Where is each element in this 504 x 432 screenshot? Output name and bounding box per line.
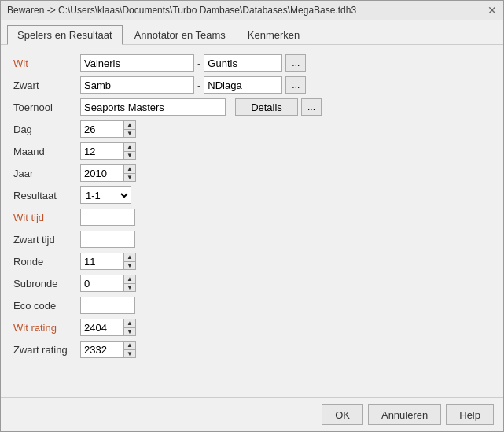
toernooi-dots-button[interactable]: ...: [301, 98, 322, 116]
zwart-dots-button[interactable]: ...: [285, 76, 306, 94]
zwart-tijd-row: Zwart tijd: [13, 231, 491, 248]
details-button[interactable]: Details: [235, 98, 298, 116]
zwart-tijd-input[interactable]: [80, 231, 135, 248]
zwart-dash: -: [197, 79, 200, 91]
ok-button[interactable]: OK: [322, 404, 363, 425]
tab-spelers[interactable]: Spelers en Resultaat: [7, 25, 123, 45]
jaar-spinner: ▲ ▼: [80, 164, 136, 182]
tab-annotator[interactable]: Annotator en Teams: [124, 25, 236, 44]
jaar-input[interactable]: [80, 164, 123, 182]
toernooi-input[interactable]: [80, 98, 226, 116]
dag-label: Dag: [13, 124, 80, 135]
maand-input[interactable]: [80, 142, 123, 160]
annuleren-button[interactable]: Annuleren: [368, 404, 441, 425]
zwart-second-input[interactable]: [204, 76, 282, 94]
subronde-label: Subronde: [13, 278, 80, 290]
dag-spinner: ▲ ▼: [80, 120, 136, 138]
form-content: Wit - ... Zwart - ... Toernooi Details .…: [1, 45, 503, 397]
wit-rating-row: Wit rating ▲ ▼: [13, 319, 491, 336]
resultaat-row: Resultaat 1-1 1-0 0-1 ½-½: [13, 186, 491, 204]
ronde-spin-buttons: ▲ ▼: [123, 253, 136, 270]
eco-code-label: Eco code: [13, 300, 80, 312]
zwart-rating-row: Zwart rating ▲ ▼: [13, 341, 491, 358]
subronde-row: Subronde ▲ ▼: [13, 275, 491, 292]
wit-rating-input[interactable]: [80, 319, 123, 336]
eco-code-input[interactable]: [80, 297, 135, 314]
ronde-label: Ronde: [13, 256, 80, 268]
maand-row: Maand ▲ ▼: [13, 142, 491, 160]
resultaat-select[interactable]: 1-1 1-0 0-1 ½-½: [80, 186, 131, 204]
wit-rating-label: Wit rating: [13, 322, 80, 334]
tab-kenmerken[interactable]: Kenmerken: [237, 25, 310, 44]
maand-spin-down[interactable]: ▼: [123, 151, 136, 160]
zwart-row: Zwart - ...: [13, 76, 491, 94]
dag-row: Dag ▲ ▼: [13, 120, 491, 138]
jaar-spin-up[interactable]: ▲: [123, 164, 136, 173]
eco-code-row: Eco code: [13, 297, 491, 314]
subronde-spin-buttons: ▲ ▼: [123, 275, 136, 292]
zwart-first-input[interactable]: [80, 76, 194, 94]
details-group: Details ...: [229, 98, 322, 116]
subronde-spin-up[interactable]: ▲: [123, 275, 136, 283]
toernooi-row: Toernooi Details ...: [13, 98, 491, 116]
jaar-row: Jaar ▲ ▼: [13, 164, 491, 182]
wit-row: Wit - ...: [13, 54, 491, 72]
maand-spinner: ▲ ▼: [80, 142, 136, 160]
wit-rating-spin-down[interactable]: ▼: [123, 327, 136, 336]
maand-label: Maand: [13, 146, 80, 157]
zwart-rating-spin-buttons: ▲ ▼: [123, 341, 136, 358]
wit-tijd-input[interactable]: [80, 209, 135, 226]
help-button[interactable]: Help: [446, 404, 494, 425]
dag-spin-down[interactable]: ▼: [123, 129, 136, 138]
resultaat-label: Resultaat: [13, 190, 80, 201]
wit-rating-spin-buttons: ▲ ▼: [123, 319, 136, 336]
close-icon[interactable]: ✕: [487, 4, 497, 17]
dag-spin-up[interactable]: ▲: [123, 120, 136, 129]
window-title: Bewaren -> C:\Users\klaas\Documents\Turb…: [7, 5, 356, 16]
ronde-spinner: ▲ ▼: [80, 253, 136, 270]
dag-spin-buttons: ▲ ▼: [123, 120, 136, 138]
subronde-spinner: ▲ ▼: [80, 275, 136, 292]
dag-input[interactable]: [80, 120, 123, 138]
wit-tijd-label: Wit tijd: [13, 212, 80, 223]
zwart-rating-spin-up[interactable]: ▲: [123, 341, 136, 349]
ronde-spin-up[interactable]: ▲: [123, 253, 136, 261]
zwart-rating-spinner: ▲ ▼: [80, 341, 136, 358]
wit-dots-button[interactable]: ...: [285, 54, 306, 72]
subronde-input[interactable]: [80, 275, 123, 292]
ronde-input[interactable]: [80, 253, 123, 270]
ronde-row: Ronde ▲ ▼: [13, 253, 491, 270]
maand-spin-buttons: ▲ ▼: [123, 142, 136, 160]
zwart-rating-input[interactable]: [80, 341, 123, 358]
toernooi-label: Toernooi: [13, 102, 80, 113]
wit-dash: -: [197, 57, 200, 69]
subronde-spin-down[interactable]: ▼: [123, 283, 136, 292]
zwart-rating-spin-down[interactable]: ▼: [123, 349, 136, 358]
main-window: Bewaren -> C:\Users\klaas\Documents\Turb…: [0, 0, 504, 432]
wit-tijd-row: Wit tijd: [13, 209, 491, 226]
zwart-label: Zwart: [13, 79, 80, 91]
jaar-label: Jaar: [13, 168, 80, 179]
jaar-spin-buttons: ▲ ▼: [123, 164, 136, 182]
wit-second-input[interactable]: [204, 54, 282, 72]
wit-first-input[interactable]: [80, 54, 194, 72]
wit-rating-spin-up[interactable]: ▲: [123, 319, 136, 327]
wit-rating-spinner: ▲ ▼: [80, 319, 136, 336]
zwart-tijd-label: Zwart tijd: [13, 234, 80, 246]
jaar-spin-down[interactable]: ▼: [123, 173, 136, 182]
maand-spin-up[interactable]: ▲: [123, 142, 136, 151]
title-bar: Bewaren -> C:\Users\klaas\Documents\Turb…: [1, 1, 503, 20]
wit-label: Wit: [13, 57, 80, 69]
zwart-rating-label: Zwart rating: [13, 344, 80, 356]
tab-bar: Spelers en Resultaat Annotator en Teams …: [1, 20, 503, 45]
ronde-spin-down[interactable]: ▼: [123, 261, 136, 270]
footer: OK Annuleren Help: [1, 397, 503, 431]
